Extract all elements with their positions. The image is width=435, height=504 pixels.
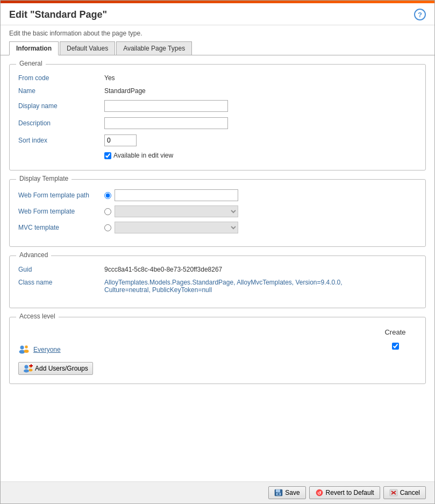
add-users-icon — [23, 364, 33, 373]
advanced-section: Advanced Guid 9ccc8a41-5c8c-4be0-8e73-52… — [9, 255, 426, 308]
access-create-col-header: Create — [374, 328, 417, 336]
help-icon[interactable]: ? — [414, 9, 426, 20]
tab-default-values[interactable]: Default Values — [60, 41, 115, 55]
web-form-template-radio-wrap — [104, 205, 238, 217]
available-edit-view-row: Available in edit view — [104, 152, 417, 159]
available-edit-view-label: Available in edit view — [113, 152, 173, 159]
mvc-template-radio[interactable] — [104, 224, 111, 231]
web-form-template-row: Web Form template — [18, 205, 417, 217]
cancel-icon — [389, 489, 398, 496]
display-name-row: Display name — [18, 100, 417, 112]
access-header-row: Create — [18, 328, 417, 336]
add-users-button[interactable]: Add Users/Groups — [18, 362, 93, 375]
sort-index-label: Sort index — [18, 137, 104, 144]
description-row: Description — [18, 117, 417, 129]
mvc-template-select[interactable] — [115, 222, 238, 233]
web-form-template-radio[interactable] — [104, 208, 111, 215]
sort-index-input[interactable] — [104, 134, 137, 146]
save-button[interactable]: Save — [268, 486, 305, 499]
svg-rect-13 — [277, 493, 280, 495]
guid-label: Guid — [18, 266, 104, 273]
display-name-input[interactable] — [104, 100, 228, 112]
svg-point-0 — [20, 346, 24, 350]
svg-point-2 — [25, 345, 28, 349]
svg-point-7 — [29, 369, 33, 372]
footer: Save ↺ Revert to Default Cancel — [1, 481, 434, 503]
content: General From code Yes Name StandardPage … — [1, 55, 434, 481]
display-name-label: Display name — [18, 102, 104, 110]
save-icon — [274, 489, 283, 496]
name-row: Name StandardPage — [18, 87, 417, 95]
class-name-row: Class name AlloyTemplates.Models.Pages.S… — [18, 279, 417, 294]
access-level-section: Access level Create — [9, 317, 426, 384]
description-input[interactable] — [104, 117, 228, 129]
tabs: Information Default Values Available Pag… — [1, 41, 434, 55]
revert-label: Revert to Default — [326, 489, 374, 496]
general-legend: General — [16, 60, 46, 67]
cancel-label: Cancel — [400, 489, 420, 496]
everyone-user-cell: Everyone — [18, 340, 374, 359]
svg-rect-9 — [29, 365, 33, 366]
from-code-value: Yes — [104, 74, 115, 82]
access-level-legend: Access level — [16, 313, 59, 320]
available-edit-view-checkbox[interactable] — [104, 152, 111, 159]
general-section: General From code Yes Name StandardPage … — [9, 64, 426, 171]
from-code-row: From code Yes — [18, 74, 417, 82]
window: Edit "Standard Page" ? Edit the basic in… — [0, 0, 435, 504]
display-template-section: Display Template Web Form template path … — [9, 179, 426, 247]
guid-row: Guid 9ccc8a41-5c8c-4be0-8e73-520ff3de826… — [18, 266, 417, 273]
web-form-template-select[interactable] — [115, 205, 238, 217]
save-label: Save — [285, 489, 299, 496]
web-form-path-row: Web Form template path — [18, 189, 417, 201]
add-users-label: Add Users/Groups — [35, 365, 88, 372]
tab-available-page-types[interactable]: Available Page Types — [116, 41, 192, 55]
web-form-path-label: Web Form template path — [18, 191, 104, 199]
everyone-create-check-cell — [374, 340, 417, 351]
cancel-button[interactable]: Cancel — [383, 486, 426, 499]
web-form-path-input[interactable] — [115, 189, 238, 201]
mvc-template-radio-wrap — [104, 222, 238, 233]
everyone-create-checkbox[interactable] — [392, 343, 399, 350]
web-form-path-radio-wrap — [104, 189, 238, 201]
header: Edit "Standard Page" ? — [1, 3, 434, 25]
subtitle: Edit the basic information about the pag… — [1, 25, 434, 41]
everyone-row: Everyone — [18, 340, 417, 359]
from-code-label: From code — [18, 74, 104, 82]
svg-text:↺: ↺ — [317, 491, 322, 496]
mvc-template-label: MVC template — [18, 224, 104, 231]
mvc-template-row: MVC template — [18, 222, 417, 233]
svg-rect-11 — [276, 489, 280, 492]
create-col-label: Create — [384, 328, 405, 336]
class-name-label: Class name — [18, 279, 104, 286]
display-template-legend: Display Template — [16, 175, 72, 182]
svg-point-3 — [24, 350, 29, 353]
revert-icon: ↺ — [315, 489, 324, 496]
everyone-entry: Everyone — [18, 345, 374, 354]
web-form-template-label: Web Form template — [18, 208, 104, 215]
page-title: Edit "Standard Page" — [9, 9, 107, 20]
revert-button[interactable]: ↺ Revert to Default — [309, 486, 380, 499]
sort-index-row: Sort index — [18, 134, 417, 146]
tab-information[interactable]: Information — [9, 41, 59, 55]
class-name-value: AlloyTemplates.Models.Pages.StandardPage… — [104, 279, 373, 294]
advanced-legend: Advanced — [16, 251, 51, 259]
svg-point-5 — [24, 370, 29, 373]
name-label: Name — [18, 87, 104, 95]
everyone-label[interactable]: Everyone — [33, 346, 61, 353]
web-form-path-radio[interactable] — [104, 192, 111, 199]
guid-value: 9ccc8a41-5c8c-4be0-8e73-520ff3de8267 — [104, 266, 222, 273]
description-label: Description — [18, 119, 104, 127]
svg-point-4 — [25, 365, 28, 369]
everyone-icon — [18, 345, 30, 354]
name-value: StandardPage — [104, 87, 146, 95]
